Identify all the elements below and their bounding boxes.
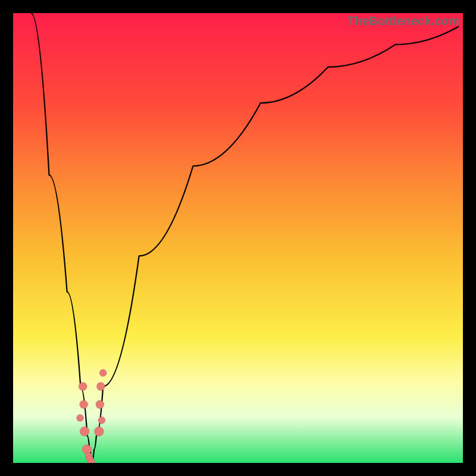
curve-right xyxy=(92,27,458,463)
marker-point xyxy=(80,427,89,436)
markers-group xyxy=(77,369,107,463)
marker-point xyxy=(99,369,107,377)
marker-point xyxy=(96,383,105,391)
marker-point xyxy=(80,400,88,409)
plot-area: TheBottleneck.com xyxy=(13,13,463,463)
curve-left xyxy=(31,13,92,463)
marker-point xyxy=(94,427,104,436)
marker-point xyxy=(79,383,87,391)
marker-point xyxy=(77,414,84,421)
marker-point xyxy=(82,444,92,454)
chart-svg xyxy=(13,13,463,463)
chart-frame: TheBottleneck.com xyxy=(0,0,476,476)
marker-point xyxy=(98,416,105,424)
marker-point xyxy=(96,400,104,409)
